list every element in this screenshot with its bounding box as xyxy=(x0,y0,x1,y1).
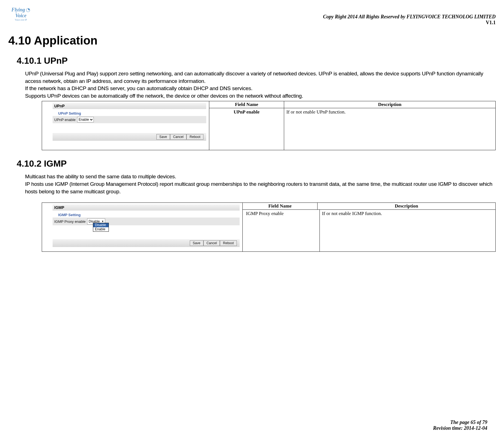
logo-text-top: Flying xyxy=(11,7,25,13)
igmp-figure: IGMP IGMP Setting IGMP Proxy enable Disa… xyxy=(42,203,496,252)
th-description: Description xyxy=(318,203,495,209)
revision-time: Revision time: 2014-12-04 xyxy=(433,425,487,431)
dropdown-option-enable[interactable]: Enable xyxy=(93,227,109,231)
td-field-name: UPnP enable xyxy=(209,108,284,150)
igmp-paragraph-1: Multicast has the ability to send the sa… xyxy=(25,173,496,181)
th-field-name: Field Name xyxy=(243,203,318,209)
copyright-text: Copy Right 2014 All Rights Reserved by F… xyxy=(323,14,496,20)
wifi-icon: ◔ xyxy=(26,7,30,13)
upnp-setting-row: UPnP enable Enable xyxy=(53,116,206,123)
igmp-field-table: Field Name Description IGMP Proxy enable… xyxy=(243,203,495,251)
chevron-down-icon: ▼ xyxy=(102,220,104,223)
cancel-button[interactable]: Cancel xyxy=(170,134,186,140)
igmp-pane-title: IGMP xyxy=(53,204,240,211)
section-heading: 4.10 Application xyxy=(8,34,496,47)
td-field-name: IGMP Proxy enable xyxy=(243,210,320,251)
cancel-button[interactable]: Cancel xyxy=(203,240,220,246)
igmp-paragraph-2: IP hosts use IGMP (Internet Group Manage… xyxy=(25,181,496,195)
td-description: If or not enable UPnP function. xyxy=(284,108,495,150)
igmp-screenshot-pane: IGMP IGMP Setting IGMP Proxy enable Disa… xyxy=(42,203,243,251)
upnp-figure: UPnP UPnP Setting UPnP enable Enable Sav… xyxy=(42,101,496,150)
table-row: IGMP Proxy enable If or not enable IGMP … xyxy=(243,210,495,251)
dropdown-option-disable[interactable]: Disable xyxy=(93,223,109,227)
save-button[interactable]: Save xyxy=(190,240,203,246)
igmp-setting-row: IGMP Proxy enable Disable ▼ xyxy=(53,218,240,225)
upnp-paragraph-3: Supports UPnP devices can be automatical… xyxy=(25,92,496,100)
upnp-pane-title: UPnP xyxy=(53,103,206,109)
upnp-paragraph-1: UPnP (Universal Plug and Play) support z… xyxy=(25,70,496,85)
table-header-row: Field Name Description xyxy=(243,203,495,210)
upnp-field-table: Field Name Description UPnP enable If or… xyxy=(209,101,495,150)
subsection-upnp-heading: 4.10.1 UPnP xyxy=(17,56,496,66)
igmp-enable-label: IGMP Proxy enable xyxy=(54,219,85,224)
upnp-enable-label: UPnP enable xyxy=(54,118,75,122)
logo: Flying◔ Voice Voice over IP xyxy=(8,6,33,22)
upnp-screenshot-pane: UPnP UPnP Setting UPnP enable Enable Sav… xyxy=(42,101,209,150)
igmp-dropdown-list[interactable]: Disable Enable xyxy=(93,223,109,232)
page-header: Flying◔ Voice Voice over IP Copy Right 2… xyxy=(8,6,496,26)
upnp-setting-title: UPnP Setting xyxy=(58,111,209,115)
header-right: Copy Right 2014 All Rights Reserved by F… xyxy=(323,14,496,26)
page-number: The page 65 of 79 xyxy=(433,419,487,425)
save-button[interactable]: Save xyxy=(156,134,170,140)
version-text: V1.1 xyxy=(323,20,496,26)
igmp-setting-title: IGMP Setting xyxy=(58,213,242,217)
table-row: UPnP enable If or not enable UPnP functi… xyxy=(209,108,495,150)
reboot-button[interactable]: Reboot xyxy=(186,134,203,140)
table-header-row: Field Name Description xyxy=(209,101,495,108)
subsection-igmp-heading: 4.10.2 IGMP xyxy=(17,159,496,169)
th-field-name: Field Name xyxy=(209,101,284,108)
logo-text-bottom: Voice xyxy=(15,13,26,19)
logo-tagline: Voice over IP xyxy=(15,19,27,21)
th-description: Description xyxy=(284,101,495,108)
upnp-button-bar: Save Cancel Reboot xyxy=(53,133,206,141)
page-footer: The page 65 of 79 Revision time: 2014-12… xyxy=(433,419,487,431)
td-description: If or not enable IGMP function. xyxy=(320,210,495,251)
upnp-enable-select[interactable]: Enable xyxy=(77,117,94,122)
igmp-button-bar: Save Cancel Reboot xyxy=(53,239,240,247)
upnp-paragraph-2: If the network has a DHCP and DNS server… xyxy=(25,85,496,92)
reboot-button[interactable]: Reboot xyxy=(220,240,237,246)
